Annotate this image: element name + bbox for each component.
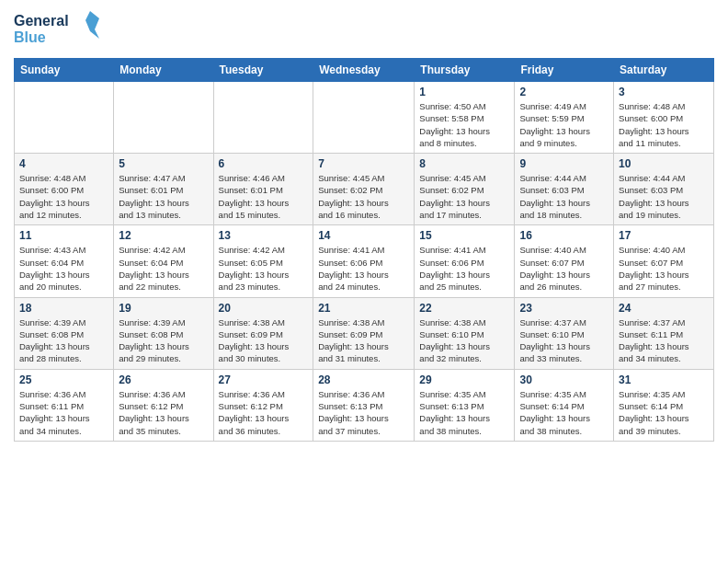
day-info: Sunrise: 4:38 AM Sunset: 6:10 PM Dayligh… — [419, 316, 509, 365]
calendar-cell-5-5: 29Sunrise: 4:35 AM Sunset: 6:13 PM Dayli… — [415, 369, 515, 441]
calendar-cell-4-2: 19Sunrise: 4:39 AM Sunset: 6:08 PM Dayli… — [114, 297, 213, 369]
calendar-cell-1-2 — [114, 82, 213, 154]
day-info: Sunrise: 4:44 AM Sunset: 6:03 PM Dayligh… — [519, 172, 609, 221]
calendar-cell-5-2: 26Sunrise: 4:36 AM Sunset: 6:12 PM Dayli… — [114, 369, 213, 441]
calendar-cell-5-7: 31Sunrise: 4:35 AM Sunset: 6:14 PM Dayli… — [614, 369, 714, 441]
calendar-cell-3-3: 13Sunrise: 4:42 AM Sunset: 6:05 PM Dayli… — [213, 225, 313, 297]
calendar-cell-2-7: 10Sunrise: 4:44 AM Sunset: 6:03 PM Dayli… — [614, 154, 714, 225]
day-info: Sunrise: 4:39 AM Sunset: 6:08 PM Dayligh… — [119, 316, 208, 365]
day-info: Sunrise: 4:42 AM Sunset: 6:04 PM Dayligh… — [119, 244, 208, 293]
day-info: Sunrise: 4:45 AM Sunset: 6:02 PM Dayligh… — [318, 172, 409, 221]
svg-text:General: General — [14, 13, 69, 29]
calendar-cell-2-4: 7Sunrise: 4:45 AM Sunset: 6:02 PM Daylig… — [313, 154, 415, 225]
day-number: 21 — [318, 302, 409, 315]
weekday-header-tuesday: Tuesday — [213, 59, 313, 82]
day-number: 5 — [119, 157, 208, 170]
logo-icon: General Blue — [14, 9, 101, 51]
day-info: Sunrise: 4:40 AM Sunset: 6:07 PM Dayligh… — [619, 244, 709, 293]
day-info: Sunrise: 4:40 AM Sunset: 6:07 PM Dayligh… — [519, 244, 609, 293]
day-number: 26 — [119, 373, 208, 386]
calendar-cell-3-2: 12Sunrise: 4:42 AM Sunset: 6:04 PM Dayli… — [114, 225, 213, 297]
week-row-3: 11Sunrise: 4:43 AM Sunset: 6:04 PM Dayli… — [15, 225, 714, 297]
weekday-header-row: SundayMondayTuesdayWednesdayThursdayFrid… — [15, 59, 714, 82]
day-info: Sunrise: 4:36 AM Sunset: 6:13 PM Dayligh… — [318, 388, 409, 437]
day-number: 15 — [419, 229, 509, 242]
weekday-header-sunday: Sunday — [15, 59, 114, 82]
calendar-cell-2-6: 9Sunrise: 4:44 AM Sunset: 6:03 PM Daylig… — [515, 154, 614, 225]
week-row-5: 25Sunrise: 4:36 AM Sunset: 6:11 PM Dayli… — [15, 369, 714, 441]
day-number: 27 — [219, 373, 309, 386]
day-number: 18 — [19, 302, 108, 315]
day-number: 16 — [519, 229, 609, 242]
day-number: 7 — [318, 157, 409, 170]
day-info: Sunrise: 4:47 AM Sunset: 6:01 PM Dayligh… — [119, 172, 208, 221]
svg-marker-2 — [85, 11, 99, 39]
calendar-cell-4-1: 18Sunrise: 4:39 AM Sunset: 6:08 PM Dayli… — [15, 297, 114, 369]
day-info: Sunrise: 4:36 AM Sunset: 6:11 PM Dayligh… — [19, 388, 108, 437]
calendar-cell-3-4: 14Sunrise: 4:41 AM Sunset: 6:06 PM Dayli… — [313, 225, 415, 297]
day-number: 29 — [419, 373, 509, 386]
day-number: 8 — [419, 157, 509, 170]
calendar-cell-4-7: 24Sunrise: 4:37 AM Sunset: 6:11 PM Dayli… — [614, 297, 714, 369]
day-number: 9 — [519, 157, 609, 170]
calendar-cell-5-4: 28Sunrise: 4:36 AM Sunset: 6:13 PM Dayli… — [313, 369, 415, 441]
calendar-cell-3-5: 15Sunrise: 4:41 AM Sunset: 6:06 PM Dayli… — [415, 225, 515, 297]
day-info: Sunrise: 4:39 AM Sunset: 6:08 PM Dayligh… — [19, 316, 108, 365]
calendar-cell-4-3: 20Sunrise: 4:38 AM Sunset: 6:09 PM Dayli… — [213, 297, 313, 369]
day-number: 6 — [219, 157, 309, 170]
day-number: 20 — [219, 302, 309, 315]
day-number: 31 — [619, 373, 709, 386]
day-info: Sunrise: 4:48 AM Sunset: 6:00 PM Dayligh… — [19, 172, 108, 221]
day-number: 25 — [19, 373, 108, 386]
week-row-2: 4Sunrise: 4:48 AM Sunset: 6:00 PM Daylig… — [15, 154, 714, 225]
day-info: Sunrise: 4:43 AM Sunset: 6:04 PM Dayligh… — [19, 244, 108, 293]
calendar-cell-4-5: 22Sunrise: 4:38 AM Sunset: 6:10 PM Dayli… — [415, 297, 515, 369]
day-info: Sunrise: 4:36 AM Sunset: 6:12 PM Dayligh… — [119, 388, 208, 437]
day-number: 13 — [219, 229, 309, 242]
day-number: 30 — [519, 373, 609, 386]
day-number: 2 — [519, 86, 609, 98]
day-info: Sunrise: 4:41 AM Sunset: 6:06 PM Dayligh… — [419, 244, 509, 293]
day-info: Sunrise: 4:50 AM Sunset: 5:58 PM Dayligh… — [419, 100, 509, 149]
day-info: Sunrise: 4:46 AM Sunset: 6:01 PM Dayligh… — [219, 172, 309, 221]
day-number: 14 — [318, 229, 409, 242]
calendar-cell-2-1: 4Sunrise: 4:48 AM Sunset: 6:00 PM Daylig… — [15, 154, 114, 225]
calendar-cell-1-3 — [213, 82, 313, 154]
day-info: Sunrise: 4:35 AM Sunset: 6:14 PM Dayligh… — [519, 388, 609, 437]
day-info: Sunrise: 4:38 AM Sunset: 6:09 PM Dayligh… — [318, 316, 409, 365]
calendar-cell-1-1 — [15, 82, 114, 154]
day-info: Sunrise: 4:45 AM Sunset: 6:02 PM Dayligh… — [419, 172, 509, 221]
page: General Blue SundayMondayTuesdayWednesda… — [0, 0, 728, 563]
calendar-cell-2-5: 8Sunrise: 4:45 AM Sunset: 6:02 PM Daylig… — [415, 154, 515, 225]
day-number: 17 — [619, 229, 709, 242]
day-info: Sunrise: 4:37 AM Sunset: 6:11 PM Dayligh… — [619, 316, 709, 365]
calendar-cell-5-3: 27Sunrise: 4:36 AM Sunset: 6:12 PM Dayli… — [213, 369, 313, 441]
calendar-cell-1-5: 1Sunrise: 4:50 AM Sunset: 5:58 PM Daylig… — [415, 82, 515, 154]
calendar-cell-4-6: 23Sunrise: 4:37 AM Sunset: 6:10 PM Dayli… — [515, 297, 614, 369]
day-number: 10 — [619, 157, 709, 170]
day-info: Sunrise: 4:48 AM Sunset: 6:00 PM Dayligh… — [619, 100, 709, 149]
day-info: Sunrise: 4:37 AM Sunset: 6:10 PM Dayligh… — [519, 316, 609, 365]
calendar-cell-5-1: 25Sunrise: 4:36 AM Sunset: 6:11 PM Dayli… — [15, 369, 114, 441]
day-info: Sunrise: 4:49 AM Sunset: 5:59 PM Dayligh… — [519, 100, 609, 149]
weekday-header-saturday: Saturday — [614, 59, 714, 82]
weekday-header-thursday: Thursday — [415, 59, 515, 82]
day-number: 28 — [318, 373, 409, 386]
calendar-table: SundayMondayTuesdayWednesdayThursdayFrid… — [14, 58, 714, 442]
day-info: Sunrise: 4:42 AM Sunset: 6:05 PM Dayligh… — [219, 244, 309, 293]
week-row-4: 18Sunrise: 4:39 AM Sunset: 6:08 PM Dayli… — [15, 297, 714, 369]
day-number: 3 — [619, 86, 709, 98]
day-number: 22 — [419, 302, 509, 315]
day-number: 1 — [419, 86, 509, 98]
day-number: 23 — [519, 302, 609, 315]
day-info: Sunrise: 4:35 AM Sunset: 6:14 PM Dayligh… — [619, 388, 709, 437]
weekday-header-wednesday: Wednesday — [313, 59, 415, 82]
calendar-cell-3-7: 17Sunrise: 4:40 AM Sunset: 6:07 PM Dayli… — [614, 225, 714, 297]
weekday-header-friday: Friday — [515, 59, 614, 82]
calendar-cell-3-1: 11Sunrise: 4:43 AM Sunset: 6:04 PM Dayli… — [15, 225, 114, 297]
day-info: Sunrise: 4:38 AM Sunset: 6:09 PM Dayligh… — [219, 316, 309, 365]
day-number: 4 — [19, 157, 108, 170]
weekday-header-monday: Monday — [114, 59, 213, 82]
day-info: Sunrise: 4:35 AM Sunset: 6:13 PM Dayligh… — [419, 388, 509, 437]
day-info: Sunrise: 4:41 AM Sunset: 6:06 PM Dayligh… — [318, 244, 409, 293]
